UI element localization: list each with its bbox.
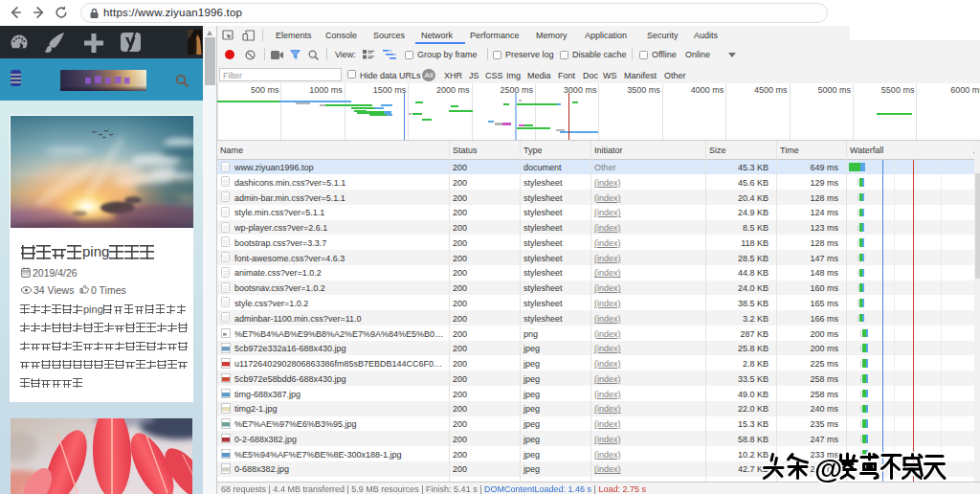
svg-text:@: @ [814,453,842,484]
